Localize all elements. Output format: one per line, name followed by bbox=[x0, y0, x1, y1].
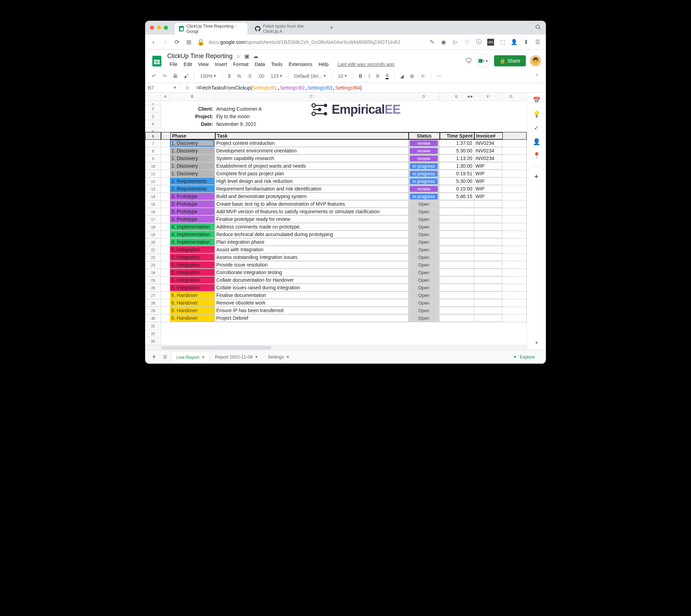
sheets-logo-icon[interactable] bbox=[150, 53, 164, 69]
add-sheet-button[interactable]: + bbox=[149, 353, 159, 361]
name-box[interactable]: B7▼ bbox=[145, 85, 180, 91]
row-header[interactable]: 14 bbox=[145, 193, 161, 200]
menu-icon[interactable]: ☰ bbox=[534, 39, 541, 46]
row-header[interactable]: 33 bbox=[145, 337, 161, 345]
sheet-tab[interactable]: Settings ▼ bbox=[263, 351, 294, 363]
menu-insert[interactable]: Insert bbox=[212, 60, 229, 68]
col-header[interactable]: G bbox=[502, 93, 520, 101]
tasks-icon[interactable]: ✓ bbox=[533, 124, 540, 131]
browser-tab-1[interactable]: ▦ ClickUp Time Reporting - Googl bbox=[175, 23, 247, 35]
install-icon[interactable]: ✎ bbox=[428, 39, 435, 46]
download-icon[interactable]: ⬇ bbox=[522, 39, 529, 46]
forward-button[interactable]: › bbox=[162, 38, 169, 46]
bold-button[interactable]: B bbox=[357, 72, 364, 80]
sheet-tab[interactable]: Report 2022-11-09 ▼ bbox=[210, 351, 263, 363]
maps-icon[interactable]: 📍 bbox=[533, 152, 540, 159]
document-title[interactable]: ClickUp Time Reporting bbox=[167, 53, 233, 60]
col-header[interactable]: C bbox=[215, 93, 408, 101]
url-input[interactable]: docs.docs.google.comgoogle.com/spreadshe… bbox=[209, 39, 424, 45]
merge-button[interactable]: ⫙ bbox=[418, 72, 427, 80]
row-header[interactable]: 19 bbox=[145, 231, 161, 239]
last-edit[interactable]: Last edit was seconds ago bbox=[335, 60, 397, 68]
text-color-button[interactable]: A bbox=[384, 71, 391, 81]
fill-color-button[interactable]: ◢ bbox=[398, 72, 406, 80]
maximize-window-icon[interactable] bbox=[164, 26, 168, 30]
row-header[interactable]: 25 bbox=[145, 277, 161, 284]
row-header[interactable]: 21 bbox=[145, 246, 161, 254]
undo-button[interactable]: ↶ bbox=[150, 72, 158, 80]
col-header[interactable]: B bbox=[170, 93, 215, 101]
row-header[interactable]: 29 bbox=[145, 307, 161, 315]
row-header[interactable]: 10 bbox=[145, 162, 161, 170]
row-header[interactable]: 2 bbox=[145, 105, 161, 113]
menu-data[interactable]: Data bbox=[252, 60, 267, 68]
ext-icon[interactable]: URL bbox=[487, 39, 494, 46]
row-header[interactable]: 28 bbox=[145, 299, 161, 307]
zoom-dropdown[interactable]: 100% ▼ bbox=[198, 72, 219, 80]
new-tab-button[interactable]: + bbox=[327, 24, 336, 31]
percent-button[interactable]: % bbox=[235, 72, 243, 80]
menu-edit[interactable]: Edit bbox=[181, 60, 195, 68]
camera-icon[interactable]: ◉ bbox=[440, 39, 447, 46]
play-icon[interactable]: ▷ bbox=[452, 39, 459, 46]
row-header[interactable]: 12 bbox=[145, 178, 161, 185]
row-header[interactable]: 27 bbox=[145, 292, 161, 299]
row-header[interactable]: 30 bbox=[145, 315, 161, 322]
comment-history-icon[interactable]: 🗨 bbox=[465, 57, 472, 65]
star-icon[interactable]: ☆ bbox=[236, 53, 241, 59]
row-header[interactable]: 20 bbox=[145, 239, 161, 246]
menu-format[interactable]: Format bbox=[231, 60, 251, 68]
reload-button[interactable]: ⟳ bbox=[173, 38, 180, 46]
decrease-decimal-button[interactable]: .0 bbox=[245, 72, 254, 80]
currency-button[interactable]: $ bbox=[226, 72, 233, 80]
explore-button[interactable]: ✦ Explore bbox=[513, 354, 542, 360]
heart-icon[interactable]: ♡ bbox=[464, 39, 471, 46]
row-header[interactable]: 23 bbox=[145, 261, 161, 269]
redo-button[interactable]: ↷ bbox=[160, 72, 169, 80]
row-header[interactable]: 31 bbox=[145, 322, 161, 330]
borders-button[interactable]: ⊞ bbox=[408, 72, 416, 80]
profile-icon[interactable]: 👤 bbox=[511, 39, 518, 46]
col-header[interactable]: E◀ ▶ bbox=[439, 93, 474, 101]
row-header[interactable]: 24 bbox=[145, 269, 161, 277]
col-header[interactable]: D bbox=[408, 93, 439, 101]
row-header[interactable]: 11 bbox=[145, 170, 161, 178]
all-sheets-button[interactable]: ☰ bbox=[160, 354, 170, 360]
contacts-icon[interactable]: 👤 bbox=[533, 138, 540, 145]
row-header[interactable]: 9 bbox=[145, 155, 161, 162]
number-format-dropdown[interactable]: 123 ▼ bbox=[268, 72, 285, 80]
italic-button[interactable]: I bbox=[367, 72, 372, 80]
keep-icon[interactable]: 💡 bbox=[533, 111, 540, 118]
collapse-panel-icon[interactable]: › bbox=[533, 339, 540, 346]
calendar-icon[interactable]: 📅 bbox=[533, 97, 540, 104]
row-header[interactable]: 13 bbox=[145, 185, 161, 193]
add-addon-icon[interactable]: + bbox=[533, 173, 540, 180]
close-window-icon[interactable] bbox=[150, 26, 154, 30]
menu-extensions[interactable]: Extensions bbox=[286, 60, 314, 68]
spreadsheet-grid[interactable]: A B C D E◀ ▶ F G EmpiricalEE 12Client:Am… bbox=[145, 93, 527, 350]
meet-button[interactable]: ▼ bbox=[476, 54, 490, 68]
back-button[interactable]: ‹ bbox=[150, 38, 157, 46]
menu-tools[interactable]: Tools bbox=[269, 60, 285, 68]
row-header[interactable]: 7 bbox=[145, 140, 161, 147]
apps-icon[interactable]: ⊞ bbox=[185, 38, 192, 46]
menu-view[interactable]: View bbox=[196, 60, 211, 68]
menu-file[interactable]: File bbox=[167, 60, 180, 68]
row-header[interactable]: 22 bbox=[145, 254, 161, 261]
search-tabs-icon[interactable] bbox=[535, 24, 541, 31]
menu-help[interactable]: Help bbox=[316, 60, 331, 68]
account-avatar[interactable]: 👨 bbox=[530, 55, 541, 66]
row-header[interactable]: 17 bbox=[145, 216, 161, 223]
formula-input[interactable]: =FetchTasksFromClickup(Settings!B1,Setti… bbox=[196, 85, 546, 91]
increase-decimal-button[interactable]: .00 bbox=[256, 72, 266, 80]
row-header[interactable]: 4 bbox=[145, 120, 161, 128]
move-icon[interactable]: ▣ bbox=[244, 53, 249, 59]
font-dropdown[interactable]: Default (Ari... ▼ bbox=[292, 72, 329, 80]
row-header[interactable]: 8 bbox=[145, 147, 161, 155]
row-header[interactable]: 6 bbox=[145, 132, 161, 140]
share-button[interactable]: 🔒 Share bbox=[494, 55, 526, 66]
sheet-tab[interactable]: Live Report ▼ bbox=[171, 351, 210, 363]
more-toolbar-button[interactable]: ⋯ bbox=[435, 72, 444, 80]
col-header[interactable]: F bbox=[474, 93, 502, 101]
row-header[interactable]: 32 bbox=[145, 330, 161, 337]
